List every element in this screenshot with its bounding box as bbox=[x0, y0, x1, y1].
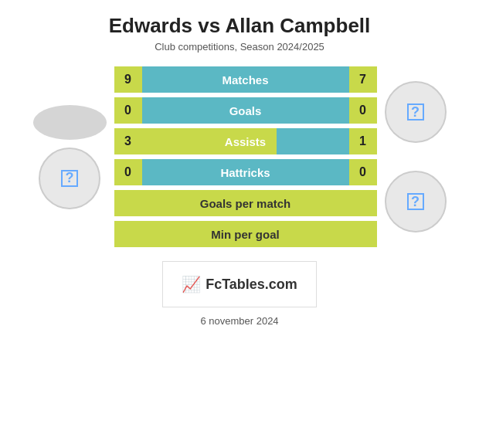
logo-text: FcTables.com bbox=[206, 277, 297, 293]
stat-row-matches: 9 Matches 7 bbox=[114, 66, 377, 93]
page-title: Edwards vs Allan Campbell bbox=[109, 14, 371, 38]
left-player-top-shape bbox=[33, 105, 107, 140]
right-player-avatar-bottom: ? bbox=[385, 171, 447, 232]
right-player-avatar-top: ? bbox=[385, 81, 447, 143]
logo-icon: 📈 bbox=[182, 275, 201, 294]
goals-value-right: 0 bbox=[349, 97, 377, 124]
matches-value-right: 7 bbox=[349, 66, 377, 93]
stat-row-assists: 3 Assists 1 bbox=[114, 128, 377, 154]
hattricks-value-right: 0 bbox=[349, 159, 377, 185]
stat-row-goals: 0 Goals 0 bbox=[114, 97, 377, 124]
matches-value-left: 9 bbox=[114, 66, 142, 93]
assists-label: Assists bbox=[142, 128, 349, 154]
assists-label-text: Assists bbox=[225, 135, 266, 148]
page-wrapper: Edwards vs Allan Campbell Club competiti… bbox=[0, 0, 479, 448]
page-subtitle: Club competitions, Season 2024/2025 bbox=[155, 41, 324, 53]
stat-row-hattricks: 0 Hattricks 0 bbox=[114, 159, 377, 185]
main-content: ? 9 Matches 7 0 Goals 0 3 Assist bbox=[0, 66, 479, 247]
goals-value-left: 0 bbox=[114, 97, 142, 124]
left-player-avatar: ? bbox=[39, 148, 100, 209]
assists-value-left: 3 bbox=[114, 128, 142, 154]
matches-label: Matches bbox=[142, 66, 349, 93]
stats-container: 9 Matches 7 0 Goals 0 3 Assists 1 bbox=[114, 66, 377, 247]
left-player-area: ? bbox=[33, 105, 107, 209]
assists-value-right: 1 bbox=[349, 128, 377, 154]
stat-row-goals-per-match: Goals per match bbox=[114, 190, 377, 216]
stat-row-min-per-goal: Min per goal bbox=[114, 221, 377, 247]
hattricks-value-left: 0 bbox=[114, 159, 142, 185]
min-per-goal-label: Min per goal bbox=[114, 221, 377, 247]
left-player-question-icon: ? bbox=[61, 170, 78, 187]
hattricks-label: Hattricks bbox=[142, 159, 349, 185]
goals-label: Goals bbox=[142, 97, 349, 124]
right-player-top-question-icon: ? bbox=[407, 104, 424, 120]
goals-per-match-label: Goals per match bbox=[114, 190, 377, 216]
right-player-area: ? ? bbox=[385, 81, 447, 232]
date-text: 6 november 2024 bbox=[200, 315, 278, 327]
right-player-bottom-question-icon: ? bbox=[407, 193, 424, 210]
logo-area: 📈 FcTables.com bbox=[162, 261, 317, 307]
